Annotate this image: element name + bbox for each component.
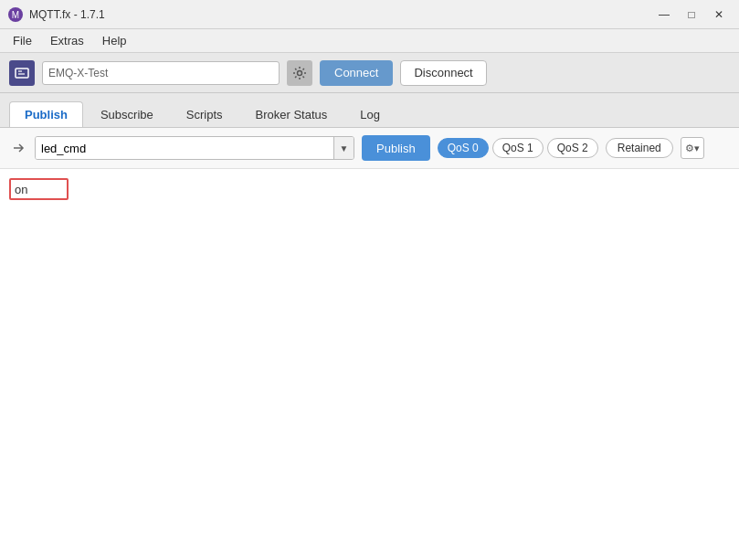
qos-group: QoS 0 QoS 1 QoS 2 — [438, 138, 598, 158]
svg-point-5 — [298, 70, 302, 75]
tab-subscribe[interactable]: Subscribe — [85, 101, 169, 127]
tab-log[interactable]: Log — [344, 101, 396, 127]
connection-bar: Connect Disconnect — [0, 53, 739, 93]
connection-profile-input[interactable] — [42, 61, 280, 85]
svg-rect-2 — [16, 69, 28, 78]
svg-text:M: M — [12, 10, 19, 20]
retained-button[interactable]: Retained — [606, 138, 673, 158]
message-input[interactable] — [9, 178, 69, 200]
window-controls: — □ ✕ — [651, 5, 732, 25]
qos0-button[interactable]: QoS 0 — [438, 138, 489, 158]
publish-button[interactable]: Publish — [362, 135, 430, 161]
menu-help[interactable]: Help — [93, 32, 136, 49]
app-icon: M — [7, 6, 24, 23]
publish-toolbar: ▼ Publish QoS 0 QoS 1 QoS 2 Retained ⚙▾ — [0, 128, 739, 169]
tab-publish[interactable]: Publish — [9, 101, 83, 127]
topic-input[interactable] — [36, 137, 333, 159]
disconnect-button[interactable]: Disconnect — [400, 60, 486, 86]
options-button[interactable]: ⚙▾ — [681, 137, 704, 159]
topic-input-wrapper: ▼ — [35, 136, 354, 160]
settings-button[interactable] — [287, 60, 312, 86]
tab-scripts[interactable]: Scripts — [171, 101, 238, 127]
qos1-button[interactable]: QoS 1 — [492, 138, 544, 158]
main-content: ▼ Publish QoS 0 QoS 1 QoS 2 Retained ⚙▾ — [0, 128, 739, 560]
minimize-button[interactable]: — — [651, 5, 677, 25]
menu-file[interactable]: File — [4, 32, 41, 49]
title-bar: M MQTT.fx - 1.7.1 — □ ✕ — [0, 0, 739, 29]
message-area — [0, 169, 739, 560]
close-button[interactable]: ✕ — [706, 5, 732, 25]
qos2-button[interactable]: QoS 2 — [547, 138, 598, 158]
connect-button[interactable]: Connect — [320, 60, 393, 86]
tab-bar: Publish Subscribe Scripts Broker Status … — [0, 93, 739, 128]
maximize-button[interactable]: □ — [679, 5, 704, 25]
menu-bar: File Extras Help — [0, 29, 739, 53]
topic-dropdown-button[interactable]: ▼ — [333, 137, 354, 159]
window-title: MQTT.fx - 1.7.1 — [29, 8, 651, 21]
menu-extras[interactable]: Extras — [41, 32, 93, 49]
tab-broker-status[interactable]: Broker Status — [240, 101, 343, 127]
forward-icon — [9, 139, 27, 157]
profile-icon — [9, 60, 35, 86]
